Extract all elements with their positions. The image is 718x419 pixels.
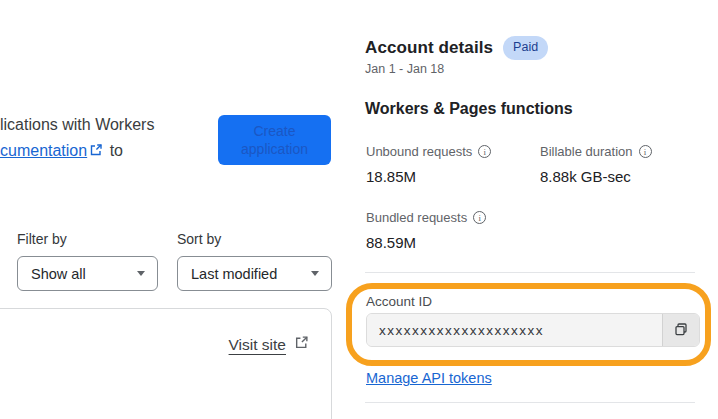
visit-site-link[interactable]: Visit site <box>229 335 309 354</box>
stat-label: Billable duration <box>540 144 633 159</box>
info-icon[interactable]: i <box>473 211 486 224</box>
stat-unbound-requests: Unbound requests i 18.85M <box>366 144 491 185</box>
external-link-icon <box>89 139 103 165</box>
sort-select-value: Last modified <box>191 266 277 282</box>
project-card: Visit site <box>0 308 332 419</box>
info-icon[interactable]: i <box>639 145 652 158</box>
stat-value: 88.59M <box>366 234 486 251</box>
stat-label: Unbound requests <box>366 144 472 159</box>
intro-text: lications with Workers cumentation to <box>0 112 154 165</box>
intro-line-1: lications with Workers <box>0 112 154 138</box>
filter-select[interactable]: Show all <box>17 256 158 291</box>
filter-by-label: Filter by <box>17 231 67 247</box>
filter-select-value: Show all <box>31 266 86 282</box>
account-id-input[interactable] <box>367 314 662 346</box>
copy-icon <box>673 321 689 340</box>
copy-account-id-button[interactable] <box>662 314 699 346</box>
visit-site-label: Visit site <box>229 336 286 354</box>
date-range: Jan 1 - Jan 18 <box>365 62 444 76</box>
divider <box>365 272 695 273</box>
chevron-down-icon <box>137 271 145 276</box>
create-application-button[interactable]: Createapplication <box>218 115 331 165</box>
info-icon[interactable]: i <box>478 145 491 158</box>
account-details-title: Account details <box>365 38 493 58</box>
divider <box>365 402 695 403</box>
account-id-field-group <box>366 313 700 347</box>
stat-bundled-requests: Bundled requests i 88.59M <box>366 210 486 251</box>
functions-section-title: Workers & Pages functions <box>365 100 573 118</box>
documentation-link[interactable]: cumentation <box>0 142 87 159</box>
external-link-icon <box>294 335 309 354</box>
chevron-down-icon <box>311 271 319 276</box>
manage-api-tokens-link[interactable]: Manage API tokens <box>366 370 492 386</box>
intro-line-2: cumentation to <box>0 138 154 165</box>
stat-value: 8.88k GB-sec <box>540 168 652 185</box>
intro-tail: to <box>110 142 123 159</box>
stat-billable-duration: Billable duration i 8.88k GB-sec <box>540 144 652 185</box>
account-details-header: Account details Paid <box>365 36 548 60</box>
stat-value: 18.85M <box>366 168 491 185</box>
workers-pages-dashboard: lications with Workers cumentation to Cr… <box>0 0 718 419</box>
sort-by-label: Sort by <box>177 231 221 247</box>
paid-badge: Paid <box>503 36 548 60</box>
stat-label: Bundled requests <box>366 210 467 225</box>
account-id-label: Account ID <box>366 294 432 309</box>
manage-api-tokens-label[interactable]: Manage API tokens <box>366 370 492 386</box>
sort-select[interactable]: Last modified <box>177 256 332 291</box>
